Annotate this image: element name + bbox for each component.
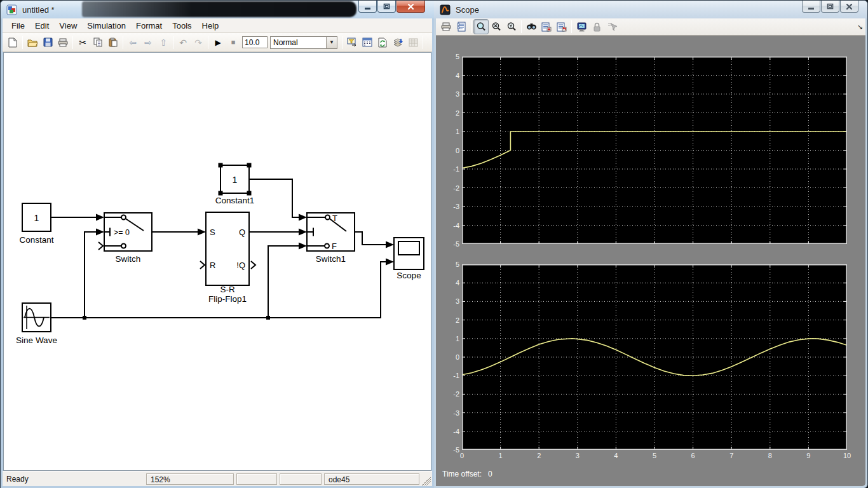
y-tick-label: 3 bbox=[447, 297, 459, 306]
wire-constant1-to-switch1[interactable] bbox=[249, 179, 299, 217]
cut-icon[interactable]: ✂ bbox=[75, 35, 90, 50]
svg-text:1: 1 bbox=[34, 213, 39, 223]
svg-text:F: F bbox=[332, 241, 337, 251]
y-tick-label: 3 bbox=[447, 90, 459, 98]
simulink-editor-window: untitled * File Edit View Simulation For… bbox=[0, 0, 434, 488]
y-tick-label: 5 bbox=[447, 53, 459, 61]
x-tick-label: 10 bbox=[839, 452, 855, 460]
scope-plot-upper[interactable] bbox=[462, 57, 847, 244]
svg-text:>= 0: >= 0 bbox=[114, 228, 130, 237]
copy-icon[interactable] bbox=[90, 35, 105, 50]
restore-axes-settings-icon[interactable] bbox=[554, 19, 569, 34]
block-label-constant: Constant bbox=[19, 235, 53, 245]
maximize-button[interactable] bbox=[821, 1, 839, 13]
chevron-down-icon[interactable]: ▼ bbox=[326, 37, 337, 48]
open-model-icon[interactable] bbox=[25, 35, 40, 50]
block-label-scope: Scope bbox=[397, 271, 421, 280]
zoom-x-icon[interactable] bbox=[489, 19, 504, 34]
new-model-icon[interactable] bbox=[5, 35, 20, 50]
menu-help[interactable]: Help bbox=[197, 19, 224, 32]
update-diagram-icon[interactable] bbox=[375, 35, 390, 50]
resize-grip[interactable] bbox=[422, 477, 431, 485]
model-canvas[interactable]: 1 Constant >= 0 Switch S Q R !Q bbox=[3, 52, 431, 471]
scope-window: Scope bbox=[434, 0, 868, 488]
status-solver: ode45 bbox=[324, 473, 419, 485]
block-switch1[interactable]: T F bbox=[307, 213, 355, 251]
block-sr-flipflop[interactable]: S Q R !Q bbox=[200, 212, 255, 285]
svg-text:T: T bbox=[332, 214, 337, 223]
menu-edit[interactable]: Edit bbox=[30, 19, 54, 32]
svg-text:!Q: !Q bbox=[236, 261, 245, 270]
x-tick-label: 6 bbox=[686, 452, 701, 460]
save-icon[interactable] bbox=[40, 35, 55, 50]
status-field-3 bbox=[236, 473, 277, 485]
y-tick-label: 2 bbox=[447, 109, 459, 118]
toolbar-overflow-icon[interactable]: ↘ bbox=[857, 23, 863, 31]
block-scope[interactable] bbox=[394, 238, 424, 269]
unconnected-port-icon bbox=[98, 242, 103, 250]
incremental-build-icon[interactable] bbox=[390, 35, 405, 50]
menu-simulation[interactable]: Simulation bbox=[82, 19, 131, 32]
wire-sine-to-switch1[interactable] bbox=[268, 246, 299, 318]
menu-view[interactable]: View bbox=[54, 19, 82, 32]
close-button[interactable] bbox=[397, 1, 425, 13]
scope-plot-lower[interactable] bbox=[462, 264, 847, 450]
svg-text:Q: Q bbox=[239, 227, 245, 237]
parameters-icon[interactable] bbox=[454, 19, 469, 34]
block-constant[interactable]: 1 bbox=[22, 203, 51, 231]
sim-toolbar: ✂ ⇦ ⇨ ⇧ ↶ ↷ ▶ ■ Normal ▼ bbox=[3, 33, 432, 52]
print-icon[interactable] bbox=[55, 35, 71, 50]
block-label-srff-1: S-R bbox=[220, 285, 235, 294]
status-zoom-level: 152% bbox=[146, 473, 234, 485]
zoom-y-icon[interactable] bbox=[504, 19, 519, 34]
block-label-sine-wave: Sine Wave bbox=[16, 336, 57, 345]
block-constant1[interactable]: 1 bbox=[219, 163, 252, 196]
sim-menubar: File Edit View Simulation Format Tools H… bbox=[3, 18, 432, 33]
start-simulation-icon[interactable]: ▶ bbox=[210, 35, 226, 50]
maximize-button[interactable] bbox=[377, 1, 396, 13]
titlebar-artifact bbox=[82, 1, 356, 17]
svg-text:S: S bbox=[210, 227, 215, 237]
y-tick-label: -4 bbox=[447, 222, 459, 230]
y-tick-label: -1 bbox=[447, 372, 459, 380]
minimize-button[interactable] bbox=[358, 1, 377, 13]
wire-switch1-to-scope[interactable] bbox=[355, 232, 386, 245]
save-axes-settings-icon[interactable] bbox=[539, 19, 554, 34]
floating-scope-icon[interactable] bbox=[574, 19, 589, 34]
block-label-constant1: Constant1 bbox=[215, 196, 255, 205]
redo-icon[interactable]: ↷ bbox=[191, 35, 206, 50]
wire-junction bbox=[266, 316, 270, 320]
paste-icon[interactable] bbox=[105, 35, 121, 50]
block-sine-wave[interactable] bbox=[22, 303, 51, 332]
y-tick-label: 5 bbox=[447, 261, 459, 269]
up-icon[interactable]: ⇧ bbox=[156, 35, 171, 50]
x-tick-label: 7 bbox=[724, 452, 739, 460]
autoscale-icon[interactable] bbox=[524, 19, 539, 34]
simulation-stop-time-input[interactable] bbox=[242, 36, 268, 48]
menu-tools[interactable]: Tools bbox=[167, 19, 196, 32]
model-browser-icon[interactable] bbox=[360, 35, 375, 50]
simulation-mode-select[interactable]: Normal ▼ bbox=[270, 36, 337, 49]
undo-icon[interactable]: ↶ bbox=[175, 35, 191, 50]
print-icon[interactable] bbox=[438, 19, 454, 34]
svg-text:R: R bbox=[210, 261, 215, 270]
menu-format[interactable]: Format bbox=[131, 19, 167, 32]
y-tick-label: -2 bbox=[447, 390, 459, 398]
sim-titlebar[interactable]: untitled * bbox=[1, 1, 434, 18]
back-icon[interactable]: ⇦ bbox=[125, 35, 140, 50]
wire-sine-to-switch-control[interactable] bbox=[85, 232, 97, 318]
forward-icon[interactable]: ⇨ bbox=[140, 35, 156, 50]
y-tick-label: 4 bbox=[447, 279, 459, 287]
block-switch[interactable]: >= 0 bbox=[98, 213, 152, 251]
scope-titlebar[interactable]: Scope bbox=[434, 1, 867, 18]
zoom-icon[interactable] bbox=[473, 19, 489, 34]
simulink-model-icon bbox=[6, 4, 17, 15]
svg-text:1: 1 bbox=[233, 175, 238, 185]
library-browser-icon[interactable] bbox=[344, 35, 360, 50]
menu-file[interactable]: File bbox=[6, 19, 30, 32]
time-offset-label: Time offset: bbox=[442, 470, 482, 478]
minimize-button[interactable] bbox=[802, 1, 820, 13]
close-button[interactable] bbox=[840, 1, 858, 13]
stop-simulation-icon[interactable]: ■ bbox=[226, 35, 241, 50]
y-tick-label: -3 bbox=[447, 409, 459, 417]
